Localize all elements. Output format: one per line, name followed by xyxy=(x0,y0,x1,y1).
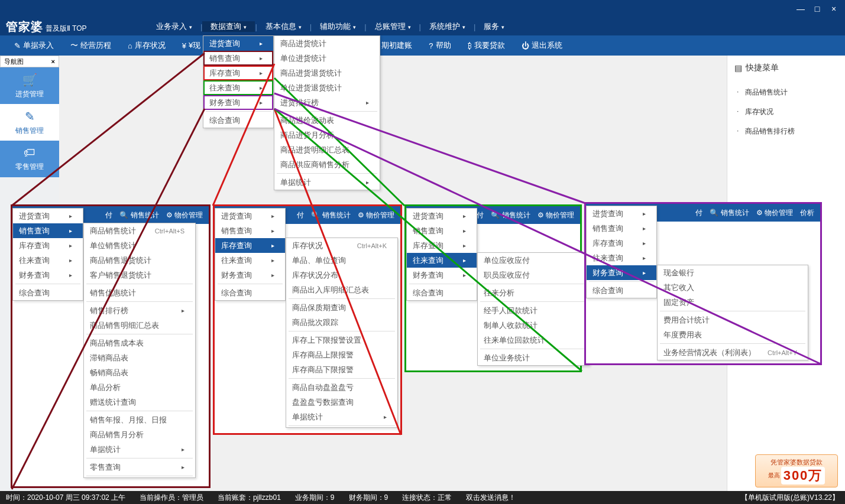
panel-l1-item-2[interactable]: 库存查询▸ xyxy=(407,238,477,253)
panel-sub-item-4[interactable]: 制单人收款统计 xyxy=(478,318,589,333)
topmenu-6[interactable]: 服务▾ xyxy=(475,21,513,32)
dd2-item-0[interactable]: 商品进货统计 xyxy=(274,36,380,51)
panel-sub-item-6[interactable]: 库存上下限报警设置 xyxy=(286,333,397,347)
toolbar-8[interactable]: ?帮助 xyxy=(420,40,459,51)
panel-sub-item-6[interactable]: 商品销售明细汇总表 xyxy=(84,318,195,333)
dd2-item-8[interactable]: 商品供应商销售分析 xyxy=(274,157,380,172)
panel-sub-item-3[interactable]: 费用合计统计 xyxy=(658,313,808,327)
panel-l1-item-4[interactable]: 财务查询▸ xyxy=(215,268,285,282)
dd2-item-3[interactable]: 单位进货退货统计 xyxy=(274,80,380,95)
tb-c[interactable]: ⚙ 物价管理 xyxy=(756,208,793,218)
tb-a[interactable]: 付 xyxy=(695,208,702,218)
panel-l1-item-1[interactable]: 销售查询▸ xyxy=(587,221,656,236)
panel-l1-item-4[interactable]: 财务查询▸ xyxy=(13,268,83,282)
panel-l1-item-3[interactable]: 往来查询▸ xyxy=(215,253,285,268)
tb-a[interactable]: 付 xyxy=(297,210,304,220)
tb-c[interactable]: ⚙ 物价管理 xyxy=(358,210,394,220)
loan-ad[interactable]: 凭管家婆数据贷款 最高 300万 xyxy=(755,454,838,487)
toolbar-1[interactable]: 〜经营历程 xyxy=(62,40,119,51)
tb-b[interactable]: 🔍 销售统计 xyxy=(119,210,158,220)
tb-a[interactable]: 付 xyxy=(105,210,112,220)
dd2-item-7[interactable]: 商品进货明细汇总表 xyxy=(274,142,380,157)
panel-l1-item-3[interactable]: 往来查询▸ xyxy=(13,253,83,268)
panel-sub-item-10[interactable]: 盘盈盘亏数据查询 xyxy=(286,395,397,409)
panel-sub-item-12[interactable]: 销售年报、月报、日报 xyxy=(84,412,195,427)
panel-sub-item-1[interactable]: 单品、单位查询 xyxy=(286,253,397,268)
panel-l1-item-3[interactable]: 往来查询▸ xyxy=(407,253,477,268)
quick-item-1[interactable]: 库存状况 xyxy=(734,102,838,122)
dd2-item-4[interactable]: 进货排行榜▸ xyxy=(274,95,380,110)
quick-item-0[interactable]: 商品销售统计 xyxy=(734,83,838,102)
panel-sub-item-4[interactable]: 销售优惠统计 xyxy=(84,285,195,300)
panel-sub-item-0[interactable]: 商品销售统计Ctrl+Alt+S xyxy=(84,223,195,238)
panel-sub-item-4[interactable]: 商品保质期查询 xyxy=(286,300,397,315)
nav-tab[interactable]: 导航图 × xyxy=(0,56,59,67)
dd1-item-0[interactable]: 进货查询▸ xyxy=(203,36,273,51)
panel-sub-item-15[interactable]: 零售查询▸ xyxy=(84,460,195,474)
panel-l1-item-0[interactable]: 进货查询▸ xyxy=(13,209,83,223)
panel-sub-item-2[interactable]: 固定资产 xyxy=(658,295,808,310)
panel-l1-item-3[interactable]: 往来查询▸ xyxy=(587,251,656,265)
topmenu-4[interactable]: 总账管理▾ xyxy=(367,21,419,32)
panel-l1-item-2[interactable]: 库存查询▸ xyxy=(215,238,285,253)
panel-sub-item-5[interactable]: 业务经营情况表（利润表）Ctrl+Alt+Y xyxy=(658,345,808,360)
panel-sub-item-5[interactable]: 销售排行榜▸ xyxy=(84,303,195,318)
dd2-item-2[interactable]: 商品进货退货统计 xyxy=(274,66,380,80)
panel-l1-item-0[interactable]: 进货查询▸ xyxy=(215,209,285,223)
panel-l1-item-5[interactable]: 综合查询 xyxy=(407,285,477,300)
panel-sub-item-2[interactable]: 库存状况分布 xyxy=(286,268,397,282)
status-msg[interactable]: 双击发送消息！ xyxy=(466,493,516,503)
topmenu-1[interactable]: 数据查询▾ xyxy=(202,21,255,32)
panel-sub-item-1[interactable]: 职员应收应付 xyxy=(478,268,589,282)
close-button[interactable]: × xyxy=(827,5,840,13)
toolbar-10[interactable]: ⏻退出系统 xyxy=(513,40,571,51)
tb-b[interactable]: 🔍 销售统计 xyxy=(710,208,749,218)
panel-sub-item-7[interactable]: 库存商品上限报警 xyxy=(286,347,397,362)
topmenu-0[interactable]: 业务录入▾ xyxy=(148,21,200,32)
panel-sub-item-11[interactable]: 单据统计▸ xyxy=(286,409,397,424)
panel-sub-item-0[interactable]: 库存状况Ctrl+Alt+K xyxy=(286,238,397,253)
panel-sub-item-9[interactable]: 畅销商品表 xyxy=(84,365,195,380)
min-button[interactable]: — xyxy=(794,5,807,13)
tb-b[interactable]: 🔍 销售统计 xyxy=(491,210,530,220)
tb-a[interactable]: 付 xyxy=(477,210,484,220)
dd1-item-4[interactable]: 财务查询▸ xyxy=(203,95,273,110)
panel-l1-item-1[interactable]: 销售查询▸ xyxy=(215,223,285,238)
panel-l1-item-4[interactable]: 财务查询▸ xyxy=(407,268,477,282)
dd2-item-9[interactable]: 单据统计▸ xyxy=(274,175,380,190)
panel-sub-item-0[interactable]: 现金银行 xyxy=(658,265,808,280)
panel-sub-item-14[interactable]: 单据统计▸ xyxy=(84,442,195,457)
toolbar-2[interactable]: ⌂库存状况 xyxy=(119,40,174,51)
side-2[interactable]: 🏷零售管理 xyxy=(0,141,59,177)
quick-item-2[interactable]: 商品销售排行榜 xyxy=(734,122,838,141)
panel-sub-item-6[interactable]: 单位业务统计 xyxy=(478,350,589,365)
topmenu-5[interactable]: 系统维护▾ xyxy=(421,21,474,32)
panel-sub-item-11[interactable]: 赠送统计查询 xyxy=(84,395,195,409)
panel-sub-item-3[interactable]: 经手人回款统计 xyxy=(478,303,589,318)
panel-sub-item-3[interactable]: 客户销售退货统计 xyxy=(84,268,195,282)
panel-l1-item-0[interactable]: 进货查询▸ xyxy=(587,206,656,221)
panel-sub-item-5[interactable]: 往来单位回款统计 xyxy=(478,333,589,347)
nav-tab-close[interactable]: × xyxy=(51,58,55,65)
panel-sub-item-10[interactable]: 单品分析 xyxy=(84,380,195,395)
dd2-item-6[interactable]: 商品进货月分析 xyxy=(274,128,380,142)
side-0[interactable]: 🛒进货管理 xyxy=(0,67,59,104)
panel-l1-item-1[interactable]: 销售查询▸ xyxy=(407,223,477,238)
panel-l1-item-5[interactable]: 综合查询 xyxy=(587,283,656,298)
panel-l1-item-2[interactable]: 库存查询▸ xyxy=(587,236,656,251)
panel-sub-item-8[interactable]: 库存商品下限报警 xyxy=(286,362,397,377)
panel-l1-item-2[interactable]: 库存查询▸ xyxy=(13,238,83,253)
dd1-item-5[interactable]: 综合查询 xyxy=(203,113,273,128)
panel-sub-item-2[interactable]: 商品销售退货统计 xyxy=(84,253,195,268)
dd2-item-1[interactable]: 单位进货统计 xyxy=(274,51,380,66)
tb-d[interactable]: 价析 xyxy=(800,208,814,218)
panel-sub-item-4[interactable]: 年度费用表 xyxy=(658,327,808,342)
toolbar-0[interactable]: ✎单据录入 xyxy=(6,40,62,51)
tb-c[interactable]: ⚙ 物价管理 xyxy=(538,210,574,220)
panel-sub-item-1[interactable]: 其它收入 xyxy=(658,280,808,295)
panel-sub-item-13[interactable]: 商品销售月分析 xyxy=(84,427,195,442)
topmenu-2[interactable]: 基本信息▾ xyxy=(257,21,310,32)
dd1-item-2[interactable]: 库存查询▸ xyxy=(203,66,273,80)
panel-sub-item-1[interactable]: 单位销售统计 xyxy=(84,238,195,253)
panel-l1-item-4[interactable]: 财务查询▸ xyxy=(587,265,656,280)
